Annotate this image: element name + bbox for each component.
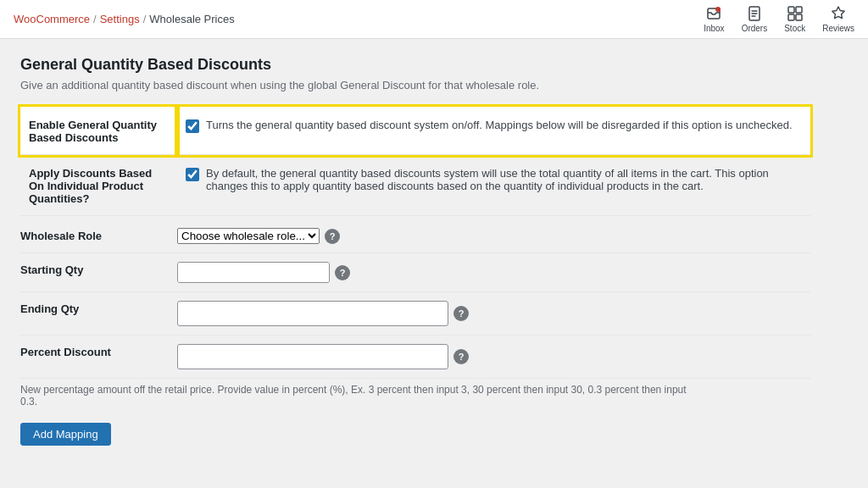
starting-qty-help-icon[interactable]: ? — [335, 265, 350, 280]
ending-qty-help-icon[interactable]: ? — [453, 306, 469, 321]
breadcrumb: WooCommerce / Settings / Wholesale Price… — [14, 13, 235, 25]
starting-qty-input-wrap: ▲ ▼ — [177, 262, 330, 283]
ending-qty-input[interactable] — [177, 301, 448, 326]
wholesale-role-field: Choose wholesale role... ? — [177, 228, 810, 244]
starting-qty-row: Starting Qty ▲ ▼ ? — [20, 253, 810, 292]
svg-rect-5 — [788, 14, 794, 20]
section-title: General Quantity Based Discounts — [20, 56, 810, 74]
topbar: WooCommerce / Settings / Wholesale Price… — [0, 0, 868, 39]
starting-qty-label: Starting Qty — [20, 263, 83, 276]
breadcrumb-woocommerce[interactable]: WooCommerce — [14, 13, 90, 25]
ending-qty-field: ? — [177, 301, 810, 326]
stock-nav-item[interactable]: Stock — [784, 5, 805, 33]
orders-label: Orders — [742, 24, 768, 33]
breadcrumb-sep2: / — [143, 13, 147, 25]
wholesale-role-help-icon[interactable]: ? — [325, 229, 340, 244]
percent-discount-label: Percent Discount — [20, 346, 111, 358]
section-description: Give an additional quantity based discou… — [20, 79, 810, 92]
breadcrumb-sep1: / — [93, 13, 97, 25]
starting-qty-field: ▲ ▼ ? — [177, 262, 810, 283]
apply-row: Apply Discounts Based On Individual Prod… — [20, 155, 810, 216]
apply-checkbox-row: By default, the general quantity based d… — [186, 165, 802, 192]
wholesale-role-row: Wholesale Role Choose wholesale role... … — [20, 219, 810, 253]
percent-discount-input[interactable] — [177, 344, 448, 369]
apply-checkbox[interactable] — [186, 168, 199, 181]
apply-label: Apply Discounts Based On Individual Prod… — [29, 167, 152, 205]
apply-description: By default, the general quantity based d… — [206, 167, 802, 192]
enable-label: Enable General Quantity Based Discounts — [29, 119, 157, 144]
ending-qty-row: Ending Qty ? — [20, 292, 810, 336]
svg-point-1 — [715, 7, 721, 12]
reviews-label: Reviews — [822, 24, 854, 33]
percent-discount-row: Percent Discount ? — [20, 336, 810, 379]
percent-discount-field: ? — [177, 344, 810, 369]
orders-icon — [746, 5, 763, 22]
wholesale-section: Wholesale Role Choose wholesale role... … — [20, 219, 810, 379]
enable-checkbox[interactable] — [186, 119, 199, 133]
add-mapping-button[interactable]: Add Mapping — [20, 423, 111, 446]
breadcrumb-current: Wholesale Prices — [149, 13, 234, 25]
svg-rect-4 — [796, 7, 802, 13]
enable-description: Turns the general quantity based discoun… — [206, 119, 793, 131]
reviews-icon — [830, 5, 847, 22]
svg-rect-3 — [788, 7, 794, 13]
percent-note: New percentage amount off the retail pri… — [20, 384, 698, 408]
topbar-icons: Inbox Orders Stock Reviews — [704, 5, 854, 33]
enable-checkbox-row: Turns the general quantity based discoun… — [186, 117, 802, 133]
reviews-nav-item[interactable]: Reviews — [822, 5, 854, 33]
starting-qty-input[interactable] — [178, 263, 330, 282]
svg-rect-6 — [796, 14, 802, 20]
stock-label: Stock — [784, 24, 805, 33]
inbox-icon — [705, 5, 722, 22]
main-content: General Quantity Based Discounts Give an… — [0, 39, 831, 463]
form-table: Enable General Quantity Based Discounts … — [20, 107, 810, 216]
inbox-label: Inbox — [704, 24, 724, 33]
enable-row: Enable General Quantity Based Discounts … — [20, 107, 810, 155]
inbox-nav-item[interactable]: Inbox — [704, 5, 724, 33]
stock-icon — [787, 5, 804, 22]
ending-qty-label: Ending Qty — [20, 302, 79, 315]
percent-discount-help-icon[interactable]: ? — [453, 349, 469, 364]
wholesale-role-select[interactable]: Choose wholesale role... — [177, 228, 320, 244]
wholesale-role-label: Wholesale Role — [20, 230, 102, 242]
breadcrumb-settings[interactable]: Settings — [100, 13, 140, 25]
orders-nav-item[interactable]: Orders — [742, 5, 768, 33]
